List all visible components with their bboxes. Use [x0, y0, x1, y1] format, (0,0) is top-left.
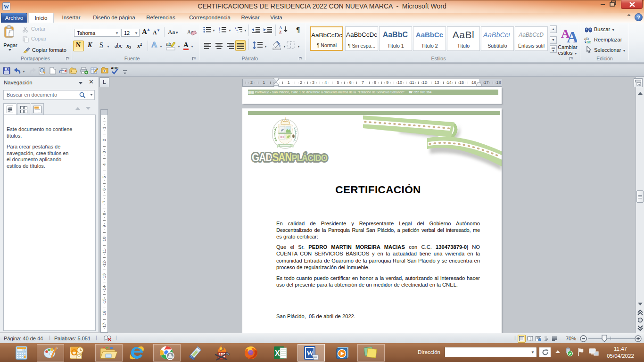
svg-text:GADSANPLÁCIDO: GADSANPLÁCIDO [252, 151, 328, 164]
svg-text:A: A [567, 28, 577, 43]
svg-text:X: X [275, 349, 280, 357]
svg-text:W: W [4, 4, 9, 9]
svg-text:i: i [238, 31, 238, 33]
svg-text:ac: ac [586, 40, 591, 43]
svg-text:3: 3 [219, 31, 220, 33]
svg-text:0: 0 [23, 348, 25, 352]
svg-text:ab: ab [166, 41, 172, 47]
svg-text:Z: Z [279, 30, 282, 34]
